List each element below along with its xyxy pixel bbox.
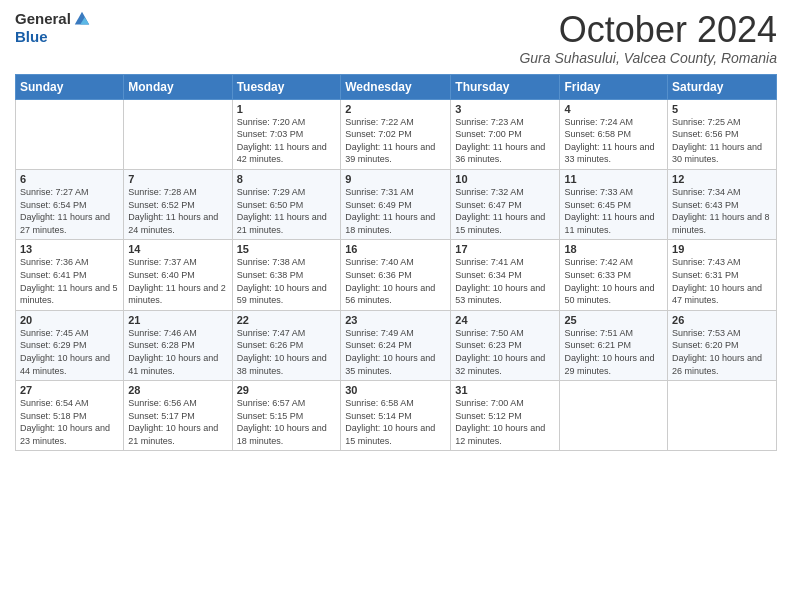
day-info: Sunrise: 7:47 AMSunset: 6:26 PMDaylight:…	[237, 327, 337, 377]
table-row: 14Sunrise: 7:37 AMSunset: 6:40 PMDayligh…	[124, 240, 232, 310]
day-number: 9	[345, 173, 446, 185]
day-number: 19	[672, 243, 772, 255]
day-info: Sunrise: 7:40 AMSunset: 6:36 PMDaylight:…	[345, 256, 446, 306]
table-row: 31Sunrise: 7:00 AMSunset: 5:12 PMDayligh…	[451, 381, 560, 451]
day-info: Sunrise: 7:36 AMSunset: 6:41 PMDaylight:…	[20, 256, 119, 306]
day-info: Sunrise: 7:00 AMSunset: 5:12 PMDaylight:…	[455, 397, 555, 447]
day-number: 20	[20, 314, 119, 326]
table-row: 20Sunrise: 7:45 AMSunset: 6:29 PMDayligh…	[16, 310, 124, 380]
table-row: 5Sunrise: 7:25 AMSunset: 6:56 PMDaylight…	[668, 99, 777, 169]
header: General Blue October 2024 Gura Suhasului…	[15, 10, 777, 66]
table-row: 30Sunrise: 6:58 AMSunset: 5:14 PMDayligh…	[341, 381, 451, 451]
day-info: Sunrise: 7:37 AMSunset: 6:40 PMDaylight:…	[128, 256, 227, 306]
day-number: 24	[455, 314, 555, 326]
day-number: 15	[237, 243, 337, 255]
day-number: 27	[20, 384, 119, 396]
day-number: 18	[564, 243, 663, 255]
table-row: 15Sunrise: 7:38 AMSunset: 6:38 PMDayligh…	[232, 240, 341, 310]
col-saturday: Saturday	[668, 74, 777, 99]
day-info: Sunrise: 7:28 AMSunset: 6:52 PMDaylight:…	[128, 186, 227, 236]
day-number: 21	[128, 314, 227, 326]
calendar-week-2: 13Sunrise: 7:36 AMSunset: 6:41 PMDayligh…	[16, 240, 777, 310]
table-row	[16, 99, 124, 169]
day-info: Sunrise: 7:42 AMSunset: 6:33 PMDaylight:…	[564, 256, 663, 306]
table-row: 21Sunrise: 7:46 AMSunset: 6:28 PMDayligh…	[124, 310, 232, 380]
calendar: Sunday Monday Tuesday Wednesday Thursday…	[15, 74, 777, 452]
day-info: Sunrise: 7:22 AMSunset: 7:02 PMDaylight:…	[345, 116, 446, 166]
logo: General Blue	[15, 10, 91, 46]
day-info: Sunrise: 7:50 AMSunset: 6:23 PMDaylight:…	[455, 327, 555, 377]
day-number: 10	[455, 173, 555, 185]
day-number: 13	[20, 243, 119, 255]
day-number: 6	[20, 173, 119, 185]
table-row: 22Sunrise: 7:47 AMSunset: 6:26 PMDayligh…	[232, 310, 341, 380]
day-info: Sunrise: 7:32 AMSunset: 6:47 PMDaylight:…	[455, 186, 555, 236]
day-number: 5	[672, 103, 772, 115]
col-thursday: Thursday	[451, 74, 560, 99]
table-row: 19Sunrise: 7:43 AMSunset: 6:31 PMDayligh…	[668, 240, 777, 310]
day-info: Sunrise: 7:38 AMSunset: 6:38 PMDaylight:…	[237, 256, 337, 306]
day-info: Sunrise: 6:57 AMSunset: 5:15 PMDaylight:…	[237, 397, 337, 447]
table-row: 9Sunrise: 7:31 AMSunset: 6:49 PMDaylight…	[341, 169, 451, 239]
day-number: 31	[455, 384, 555, 396]
table-row: 4Sunrise: 7:24 AMSunset: 6:58 PMDaylight…	[560, 99, 668, 169]
day-number: 29	[237, 384, 337, 396]
col-wednesday: Wednesday	[341, 74, 451, 99]
day-number: 30	[345, 384, 446, 396]
day-info: Sunrise: 7:23 AMSunset: 7:00 PMDaylight:…	[455, 116, 555, 166]
table-row: 16Sunrise: 7:40 AMSunset: 6:36 PMDayligh…	[341, 240, 451, 310]
day-number: 12	[672, 173, 772, 185]
day-number: 23	[345, 314, 446, 326]
col-friday: Friday	[560, 74, 668, 99]
table-row: 3Sunrise: 7:23 AMSunset: 7:00 PMDaylight…	[451, 99, 560, 169]
day-info: Sunrise: 7:20 AMSunset: 7:03 PMDaylight:…	[237, 116, 337, 166]
table-row: 18Sunrise: 7:42 AMSunset: 6:33 PMDayligh…	[560, 240, 668, 310]
table-row: 23Sunrise: 7:49 AMSunset: 6:24 PMDayligh…	[341, 310, 451, 380]
table-row: 10Sunrise: 7:32 AMSunset: 6:47 PMDayligh…	[451, 169, 560, 239]
day-info: Sunrise: 7:45 AMSunset: 6:29 PMDaylight:…	[20, 327, 119, 377]
calendar-header-row: Sunday Monday Tuesday Wednesday Thursday…	[16, 74, 777, 99]
calendar-week-0: 1Sunrise: 7:20 AMSunset: 7:03 PMDaylight…	[16, 99, 777, 169]
day-number: 4	[564, 103, 663, 115]
day-number: 3	[455, 103, 555, 115]
day-info: Sunrise: 7:43 AMSunset: 6:31 PMDaylight:…	[672, 256, 772, 306]
day-info: Sunrise: 6:56 AMSunset: 5:17 PMDaylight:…	[128, 397, 227, 447]
day-info: Sunrise: 7:25 AMSunset: 6:56 PMDaylight:…	[672, 116, 772, 166]
logo-blue-text: Blue	[15, 28, 91, 46]
day-number: 14	[128, 243, 227, 255]
day-info: Sunrise: 7:53 AMSunset: 6:20 PMDaylight:…	[672, 327, 772, 377]
day-info: Sunrise: 7:46 AMSunset: 6:28 PMDaylight:…	[128, 327, 227, 377]
logo-general-text: General	[15, 10, 71, 28]
table-row: 17Sunrise: 7:41 AMSunset: 6:34 PMDayligh…	[451, 240, 560, 310]
table-row	[560, 381, 668, 451]
table-row	[668, 381, 777, 451]
table-row: 13Sunrise: 7:36 AMSunset: 6:41 PMDayligh…	[16, 240, 124, 310]
table-row	[124, 99, 232, 169]
day-number: 16	[345, 243, 446, 255]
table-row: 28Sunrise: 6:56 AMSunset: 5:17 PMDayligh…	[124, 381, 232, 451]
day-number: 22	[237, 314, 337, 326]
table-row: 26Sunrise: 7:53 AMSunset: 6:20 PMDayligh…	[668, 310, 777, 380]
page: General Blue October 2024 Gura Suhasului…	[0, 0, 792, 612]
table-row: 11Sunrise: 7:33 AMSunset: 6:45 PMDayligh…	[560, 169, 668, 239]
table-row: 12Sunrise: 7:34 AMSunset: 6:43 PMDayligh…	[668, 169, 777, 239]
day-number: 26	[672, 314, 772, 326]
table-row: 24Sunrise: 7:50 AMSunset: 6:23 PMDayligh…	[451, 310, 560, 380]
day-info: Sunrise: 7:34 AMSunset: 6:43 PMDaylight:…	[672, 186, 772, 236]
calendar-week-4: 27Sunrise: 6:54 AMSunset: 5:18 PMDayligh…	[16, 381, 777, 451]
day-number: 17	[455, 243, 555, 255]
table-row: 27Sunrise: 6:54 AMSunset: 5:18 PMDayligh…	[16, 381, 124, 451]
day-number: 25	[564, 314, 663, 326]
day-info: Sunrise: 6:54 AMSunset: 5:18 PMDaylight:…	[20, 397, 119, 447]
day-info: Sunrise: 7:51 AMSunset: 6:21 PMDaylight:…	[564, 327, 663, 377]
day-number: 28	[128, 384, 227, 396]
day-info: Sunrise: 7:33 AMSunset: 6:45 PMDaylight:…	[564, 186, 663, 236]
table-row: 7Sunrise: 7:28 AMSunset: 6:52 PMDaylight…	[124, 169, 232, 239]
day-info: Sunrise: 7:29 AMSunset: 6:50 PMDaylight:…	[237, 186, 337, 236]
day-info: Sunrise: 7:24 AMSunset: 6:58 PMDaylight:…	[564, 116, 663, 166]
day-number: 7	[128, 173, 227, 185]
day-info: Sunrise: 7:49 AMSunset: 6:24 PMDaylight:…	[345, 327, 446, 377]
col-sunday: Sunday	[16, 74, 124, 99]
location-title: Gura Suhasului, Valcea County, Romania	[519, 50, 777, 66]
table-row: 1Sunrise: 7:20 AMSunset: 7:03 PMDaylight…	[232, 99, 341, 169]
